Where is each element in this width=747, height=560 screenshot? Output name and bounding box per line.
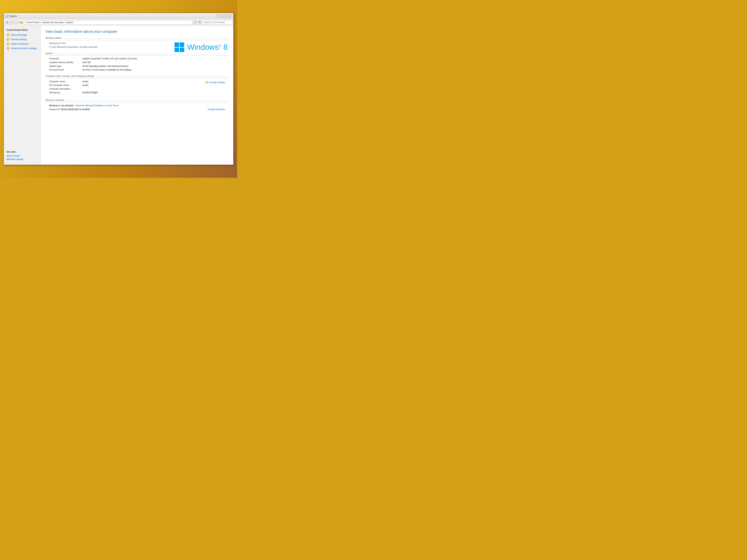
change-settings-label: Change settings [209,81,225,84]
product-id-area: Product ID: 00342-50330-56174-AAOEM [49,108,90,111]
computer-name-title: Computer name, domain, and workgroup set… [45,75,94,77]
device-manager-icon [6,33,9,36]
svg-rect-4 [20,21,21,22]
win8-reg-mark: ® [219,44,221,48]
sidebar-home-title[interactable]: Control Panel Home [4,28,41,33]
svg-rect-2 [6,17,8,18]
window-title: System [9,15,17,18]
product-id-row: Product ID: 00342-50330-56174-AAOEM Acti… [45,108,229,111]
sidebar-label-advanced-settings: Advanced system settings [11,47,37,50]
address-bar: ◀ ▶ ↑ Control Panel ▶ System and Securit… [4,19,233,26]
title-bar-left: System [5,15,17,18]
computer-name-label: Computer name: [49,80,82,83]
up-button[interactable]: ↑ [15,20,19,24]
workgroup-value: WORKGROUP [82,91,98,94]
sidebar-item-system-protection[interactable]: System protection [4,42,41,46]
processor-row: Processor: Intel(R) Core(TM) i7-4790S CP… [45,57,229,60]
window-icon [5,15,8,18]
win8-squares [175,43,184,52]
activate-windows-area: Activate Windows [207,108,229,111]
change-settings-link[interactable]: Change settings [205,81,225,84]
system-section: System Processor: Intel(R) Core(TM) i7-4… [45,52,229,71]
workgroup-label: Workgroup: [49,91,82,94]
system-type-label: System type: [49,65,82,68]
activation-license-link[interactable]: Read the Microsoft Software License Term… [76,104,119,107]
description-label: Computer description: [49,87,82,90]
search-input[interactable] [203,20,232,25]
svg-point-24 [7,48,8,49]
back-button[interactable]: ◀ [5,20,9,24]
sep1: ▶ [40,21,42,24]
crumb-system[interactable]: System [66,21,73,24]
sidebar-item-device-manager[interactable]: Device Manager [4,33,41,37]
forward-button[interactable]: ▶ [10,20,14,24]
address-dropdown-button[interactable]: ▾ [193,20,197,25]
description-row: Computer description: [45,87,205,90]
win8-square-4 [180,48,184,52]
maximize-button[interactable]: □ [222,14,227,18]
address-path[interactable]: Control Panel ▶ System and Security ▶ Sy… [24,20,192,25]
svg-point-12 [7,39,8,40]
crumb-system-security[interactable]: System and Security [42,21,62,24]
sidebar-item-remote-settings[interactable]: Remote settings [4,37,41,42]
win8-windows-label: Windows [187,43,218,52]
address-right: ▾ ↻ [193,20,232,25]
activation-line [66,101,229,101]
activation-title: Windows activation [45,99,65,102]
win8-number: 8 [224,43,228,52]
remote-settings-icon [6,38,9,41]
activation-left: Windows is not activated. Read the Micro… [49,104,119,107]
change-settings-icon [205,81,208,84]
win8-square-1 [175,43,179,47]
refresh-button[interactable]: ↻ [198,20,202,25]
crumb-control-panel[interactable]: Control Panel [26,21,39,24]
full-name-row: Full computer name: acasa [45,84,205,86]
full-name-label: Full computer name: [49,84,82,86]
windows-edition-line [63,38,229,39]
system-type-row: System type: 64-bit Operating System, x6… [45,65,229,68]
svg-rect-1 [6,17,7,17]
win8-square-2 [180,43,184,47]
desktop: System − □ ✕ ◀ ▶ ↑ Control Panel ▶ Syste… [0,0,237,178]
sidebar-item-advanced-settings[interactable]: Advanced system settings [4,46,41,51]
window-controls: − □ ✕ [216,14,232,18]
activation-status-text: Windows is not activated. [49,104,74,107]
see-also-action-center[interactable]: Action Center [6,154,38,158]
activation-header: Windows activation [45,99,229,102]
activate-windows-link[interactable]: Activate Windows [207,108,225,111]
see-also-section: See also Action Center Windows Update [4,148,41,162]
system-type-value: 64-bit Operating System, x64-based proce… [82,65,128,68]
close-button[interactable]: ✕ [227,14,232,18]
svg-point-29 [205,81,208,84]
activation-section: Windows activation Windows is not activa… [45,99,229,111]
windows-edition-header: Windows edition [45,37,229,40]
computer-settings-row: Computer name: acasa Full computer name:… [45,80,229,95]
see-also-windows-update[interactable]: Windows Update [6,158,38,161]
computer-name-row: Computer name: acasa [45,80,205,83]
windows-edition-title: Windows edition [45,37,61,39]
minimize-button[interactable]: − [216,14,222,18]
system-title: System [45,52,53,55]
change-settings-area: Change settings [205,80,229,84]
computer-name-header: Computer name, domain, and workgroup set… [45,75,229,78]
computer-name-section: Computer name, domain, and workgroup set… [45,75,229,95]
ram-row: Installed memory (RAM): 8,00 GB [45,61,229,64]
workgroup-row: Workgroup: WORKGROUP [45,91,205,94]
sidebar-label-remote-settings: Remote settings [11,38,27,41]
pen-touch-row: Pen and Touch: No Pen or Touch Input is … [45,69,229,71]
system-window: System − □ ✕ ◀ ▶ ↑ Control Panel ▶ Syste… [4,13,233,165]
svg-point-18 [7,43,8,45]
system-protection-icon [6,43,9,45]
win8-square-3 [175,48,179,52]
svg-point-30 [206,82,207,83]
advanced-settings-icon [6,47,9,50]
sep2: ▶ [63,21,65,24]
full-name-value: acasa [82,84,88,86]
win8-text: Windows® 8 [187,43,228,52]
computer-name-line [96,77,229,77]
product-id-label: Product ID: [49,108,61,111]
svg-point-6 [7,34,8,35]
page-title: View basic information about your comput… [45,29,229,34]
workgroup-text: WORKGRO [82,91,95,94]
sidebar-label-device-manager: Device Manager [11,34,27,36]
